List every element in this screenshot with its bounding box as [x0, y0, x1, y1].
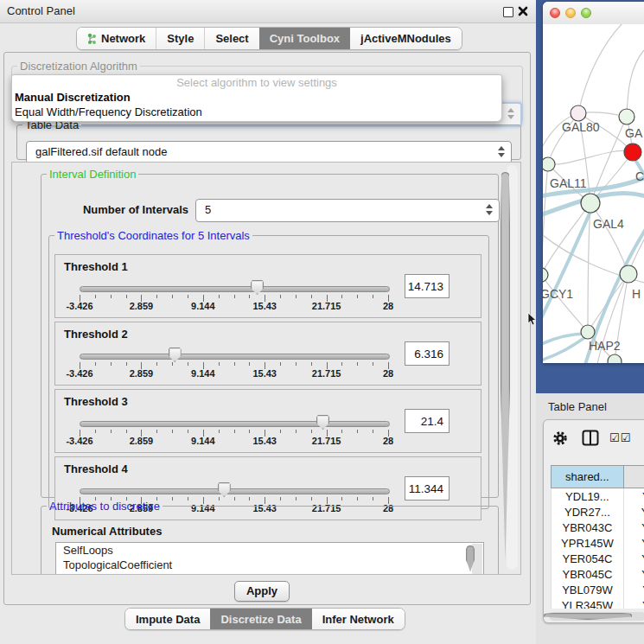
- scrollbar-thumb[interactable]: [501, 172, 510, 561]
- checkbox-icons[interactable]: ☑☑: [609, 431, 631, 444]
- combo-arrows-icon: [485, 203, 493, 216]
- zoom-window-icon[interactable]: [581, 8, 591, 18]
- table-cell[interactable]: YER0: [623, 551, 644, 566]
- table-cell[interactable]: YLR3: [623, 597, 644, 609]
- table-cell[interactable]: YBR043C: [552, 520, 624, 535]
- slider-tick-labels: -3.4262.8599.14415.4321.71528: [80, 368, 388, 380]
- network-node-c[interactable]: [624, 143, 641, 161]
- threshold-2-slider[interactable]: -3.4262.8599.14415.4321.71528: [80, 322, 388, 385]
- threshold-3-slider[interactable]: -3.4262.8599.14415.4321.71528: [80, 390, 388, 452]
- list-item[interactable]: BetweennessCentrality: [56, 572, 483, 575]
- slider-track[interactable]: [80, 354, 390, 360]
- close-icon[interactable]: [518, 6, 528, 16]
- network-canvas[interactable]: GAL80GACGAL11GAL4GCY1HHAP2: [543, 24, 644, 363]
- tab-select[interactable]: Select: [204, 28, 258, 49]
- threshold-1-slider[interactable]: -3.4262.8599.14415.4321.71528: [80, 255, 388, 317]
- table-cell[interactable]: YBR0: [623, 566, 644, 582]
- table-row[interactable]: YDR27...YDR2: [552, 504, 644, 520]
- thresholds-group: Threshold's Coordinates for 5 Intervals …: [48, 229, 489, 509]
- threshold-value-field[interactable]: 6.316: [405, 341, 450, 366]
- threshold-1-panel: Threshold 1 -3.4262.8599.14415.4321.7152…: [54, 254, 481, 318]
- threshold-value-field[interactable]: 11.344: [405, 476, 450, 501]
- mouse-cursor: [527, 313, 538, 327]
- table-row[interactable]: YBR043CYBR0: [552, 520, 644, 535]
- column-header-name[interactable]: na: [623, 466, 644, 488]
- list-item[interactable]: SelfLoops: [56, 543, 483, 558]
- threshold-value-field[interactable]: 21.4: [405, 409, 450, 433]
- table-cell[interactable]: YBL079W: [552, 582, 624, 597]
- network-node-h[interactable]: [620, 265, 637, 283]
- table-cell[interactable]: YDL1: [623, 488, 644, 505]
- list-item[interactable]: TopologicalCoefficient: [56, 558, 483, 572]
- table-cell[interactable]: YDL19...: [552, 488, 624, 505]
- table-cell[interactable]: YPR145W: [552, 535, 624, 551]
- network-node[interactable]: [608, 354, 622, 363]
- table-cell[interactable]: YPR1: [623, 535, 644, 551]
- tab-label: Discretize Data: [220, 613, 301, 626]
- column-header-shared[interactable]: shared...: [552, 466, 624, 488]
- group-title: Attributes to discretize: [47, 500, 163, 513]
- slider-thumb[interactable]: [316, 415, 329, 430]
- slider-thumb[interactable]: [218, 482, 231, 497]
- split-columns-icon[interactable]: [582, 430, 599, 446]
- slider-tick-label: 15.43: [252, 436, 277, 446]
- table-cell[interactable]: YDR27...: [552, 504, 624, 520]
- network-node-gal4[interactable]: [581, 194, 600, 213]
- network-node-ga[interactable]: [619, 109, 634, 124]
- close-window-icon[interactable]: [550, 8, 560, 18]
- tab-impute-data[interactable]: Impute Data: [125, 609, 210, 629]
- table-cell[interactable]: YBR045C: [552, 566, 624, 582]
- table-cell[interactable]: YDR2: [623, 504, 644, 520]
- float-icon[interactable]: [503, 7, 513, 17]
- slider-thumb[interactable]: [169, 348, 182, 362]
- interval-definition-group: Interval Definition Number of Intervals …: [41, 168, 499, 498]
- group-title: Threshold's Coordinates for 5 Intervals: [54, 229, 252, 242]
- group-title: Discretization Algorithm: [17, 60, 140, 73]
- dropdown-option-equal-width[interactable]: Equal Width/Frequency Discretization: [12, 105, 501, 119]
- tab-label: Infer Network: [322, 613, 394, 626]
- panel-title: Control Panel: [7, 4, 75, 17]
- apply-button[interactable]: Apply: [234, 581, 290, 602]
- dropdown-option-manual[interactable]: Manual Discretization: [12, 90, 501, 105]
- table-row[interactable]: YBL079WYBL0: [552, 582, 644, 597]
- tab-style[interactable]: Style: [156, 28, 204, 49]
- slider-track[interactable]: [80, 488, 390, 494]
- slider-track[interactable]: [80, 421, 390, 427]
- gear-icon[interactable]: [552, 430, 568, 446]
- table-row[interactable]: YDL19...YDL1: [552, 488, 644, 505]
- network-node-gcy1[interactable]: [543, 268, 548, 282]
- table-row[interactable]: YPR145WYPR1: [552, 535, 644, 551]
- table-row[interactable]: YBR045CYBR0: [552, 566, 644, 582]
- scrollbar-thumb[interactable]: [544, 613, 632, 620]
- table-cell[interactable]: YBL0: [623, 582, 644, 597]
- slider-thumb[interactable]: [251, 280, 264, 295]
- table-cell[interactable]: YLR345W: [552, 597, 624, 609]
- threshold-value-field[interactable]: 14.713: [405, 274, 450, 298]
- node-label: GA: [625, 126, 643, 140]
- horizontal-scrollbar[interactable]: [549, 612, 644, 621]
- network-node-hap2[interactable]: [581, 325, 595, 339]
- network-view-window[interactable]: GAL80GACGAL11GAL4GCY1HHAP2: [543, 2, 644, 363]
- list-scrollbar[interactable]: [472, 544, 482, 575]
- vertical-scrollbar[interactable]: [507, 165, 518, 570]
- tab-jactivemnodules[interactable]: jActiveMNodules: [350, 28, 462, 49]
- number-of-intervals-combobox[interactable]: 5: [195, 199, 500, 222]
- threshold-3-panel: Threshold 3 -3.4262.8599.14415.4321.7152…: [54, 389, 481, 453]
- slider-track[interactable]: [80, 286, 390, 292]
- slider-tick-label: -3.426: [66, 301, 92, 311]
- minimize-window-icon[interactable]: [565, 8, 576, 18]
- network-node-gal80[interactable]: [571, 105, 586, 121]
- table-cell[interactable]: YER054C: [552, 551, 624, 566]
- table-cell[interactable]: YBR0: [623, 520, 644, 535]
- table-data-combobox[interactable]: galFiltered.sif default node: [26, 141, 512, 164]
- tab-cyni-toolbox[interactable]: Cyni Toolbox: [259, 28, 350, 49]
- tab-discretize-data[interactable]: Discretize Data: [210, 609, 311, 629]
- table-row[interactable]: YER054CYER0: [552, 551, 644, 566]
- control-panel: Control Panel Network Style Select Cyni …: [0, 0, 536, 644]
- attributes-list: SelfLoops TopologicalCoefficient Between…: [55, 542, 484, 575]
- tab-infer-network[interactable]: Infer Network: [312, 609, 405, 629]
- slider-tick-label: 28: [383, 436, 393, 446]
- table-row[interactable]: YLR345WYLR3: [552, 597, 644, 609]
- network-node-gal11[interactable]: [543, 157, 555, 171]
- tab-network[interactable]: Network: [77, 28, 156, 49]
